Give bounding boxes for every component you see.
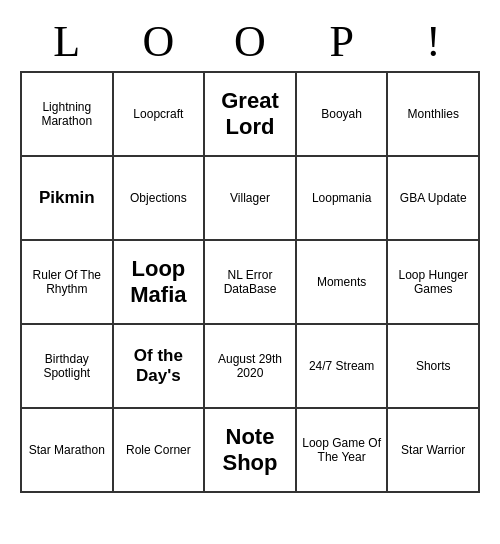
bingo-cell: 24/7 Stream bbox=[296, 324, 388, 408]
header-letter: O bbox=[204, 12, 296, 72]
bingo-cell: Great Lord bbox=[204, 72, 296, 156]
bingo-cell: Objections bbox=[113, 156, 205, 240]
bingo-cell: Note Shop bbox=[204, 408, 296, 492]
bingo-cell: Loop Hunger Games bbox=[387, 240, 479, 324]
bingo-cell: Ruler Of The Rhythm bbox=[21, 240, 113, 324]
header-letter: L bbox=[21, 12, 113, 72]
bingo-cell: Role Corner bbox=[113, 408, 205, 492]
header-letter: O bbox=[113, 12, 205, 72]
bingo-cell: Villager bbox=[204, 156, 296, 240]
bingo-cell: Pikmin bbox=[21, 156, 113, 240]
bingo-table: LOOP! Lightning MarathonLoopcraftGreat L… bbox=[20, 12, 480, 493]
bingo-cell: Loop Game Of The Year bbox=[296, 408, 388, 492]
bingo-cell: Loopcraft bbox=[113, 72, 205, 156]
bingo-cell: Of the Day's bbox=[113, 324, 205, 408]
bingo-cell: August 29th 2020 bbox=[204, 324, 296, 408]
bingo-cell: NL Error DataBase bbox=[204, 240, 296, 324]
bingo-cell: Booyah bbox=[296, 72, 388, 156]
bingo-cell: Moments bbox=[296, 240, 388, 324]
bingo-cell: Loop Mafia bbox=[113, 240, 205, 324]
bingo-cell: Star Warrior bbox=[387, 408, 479, 492]
bingo-cell: Shorts bbox=[387, 324, 479, 408]
bingo-cell: Loopmania bbox=[296, 156, 388, 240]
header-letter: ! bbox=[387, 12, 479, 72]
bingo-header bbox=[20, 0, 480, 12]
bingo-cell: Star Marathon bbox=[21, 408, 113, 492]
bingo-cell: GBA Update bbox=[387, 156, 479, 240]
bingo-cell: Birthday Spotlight bbox=[21, 324, 113, 408]
bingo-cell: Monthlies bbox=[387, 72, 479, 156]
bingo-cell: Lightning Marathon bbox=[21, 72, 113, 156]
header-letter: P bbox=[296, 12, 388, 72]
